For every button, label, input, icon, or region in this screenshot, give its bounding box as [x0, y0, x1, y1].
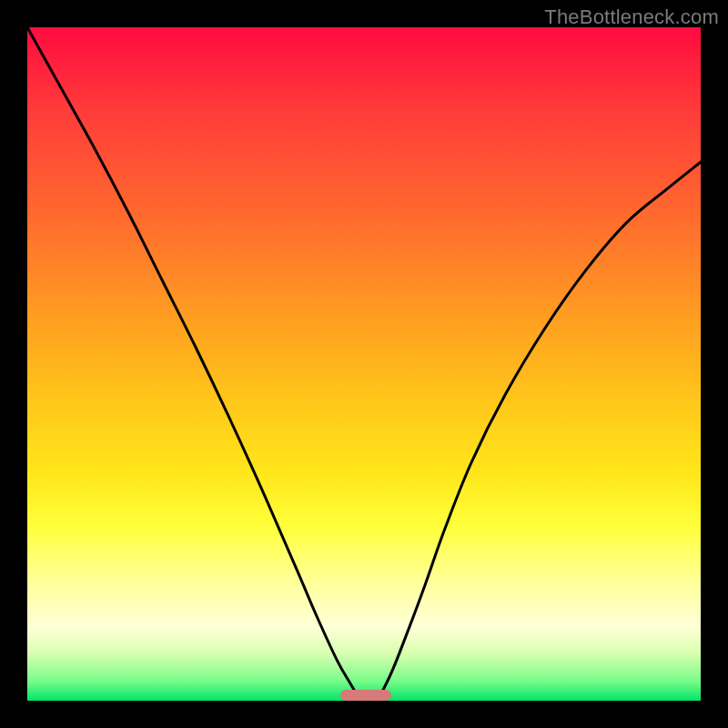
curve-right: [378, 162, 701, 701]
watermark-text: TheBottleneck.com: [544, 5, 719, 29]
curve-left: [27, 27, 360, 701]
bottleneck-marker: [340, 690, 391, 701]
curves-svg: [27, 27, 701, 701]
chart-frame: TheBottleneck.com: [0, 0, 728, 728]
plot-area: [27, 27, 701, 701]
